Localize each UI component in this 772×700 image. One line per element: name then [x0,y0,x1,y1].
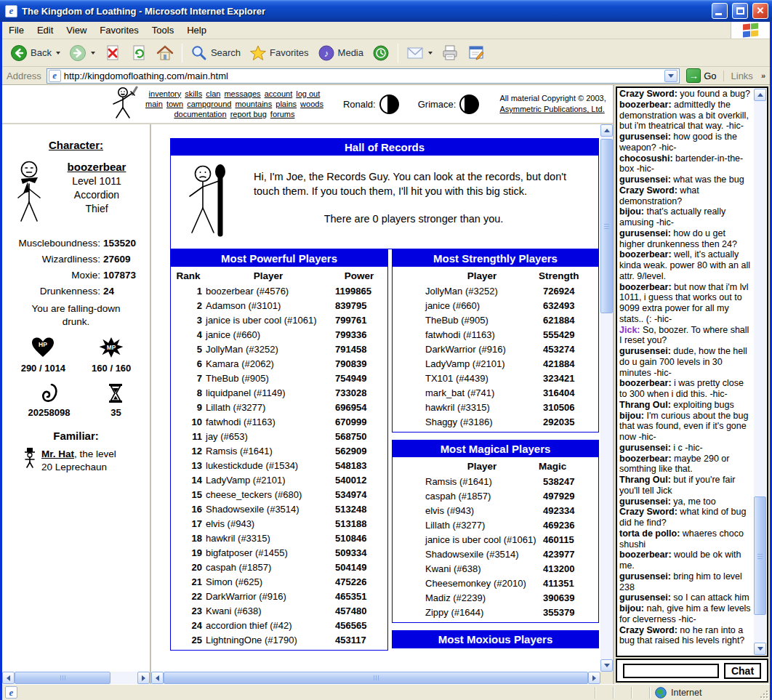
url-text[interactable]: http://kingdomofloathing.com/main.html [64,71,662,81]
home-button[interactable] [153,42,177,64]
player-link[interactable]: liquidpanel (#1149) [206,387,331,398]
player-link[interactable]: Lillath (#3277) [425,520,539,531]
chat-sender[interactable]: gurusensei: [619,443,671,453]
scroll-thumb[interactable] [164,672,588,684]
player-link[interactable]: mark_bat (#741) [425,387,539,398]
nav-link-documentation[interactable]: documentation [174,110,226,118]
chat-sender[interactable]: gurusensei: [619,174,671,185]
chat-sender[interactable]: Thrang Oul: [619,400,671,410]
player-link[interactable]: Ramsis (#1641) [206,446,331,456]
chat-sender[interactable]: Jick: [619,325,640,335]
scroll-right-button[interactable] [588,672,600,684]
nav-link-mountains[interactable]: mountains [235,100,272,108]
menu-file[interactable]: File [2,25,31,36]
nav-link-woods[interactable]: woods [300,100,323,108]
menu-view[interactable]: View [60,25,93,36]
player-link[interactable]: DarkWarrior (#916) [425,344,539,355]
chat-input[interactable] [623,664,719,678]
player-link[interactable]: Lillath (#3277) [206,402,331,413]
go-button[interactable]: → Go [683,68,719,83]
chat-sender[interactable]: Crazy Sword: [619,625,677,635]
player-link[interactable]: fatwhodi (#1163) [425,329,539,340]
scroll-thumb[interactable] [600,139,613,313]
stop-button[interactable] [100,42,125,64]
nav-link-messages[interactable]: messages [224,89,260,98]
menu-edit[interactable]: Edit [31,25,60,36]
player-link[interactable]: elvis (#943) [206,518,331,529]
links-chevron-icon[interactable]: » [761,71,767,80]
nav-link-clan[interactable]: clan [206,89,220,98]
chat-sender[interactable]: boozerbear: [619,454,672,464]
menu-tools[interactable]: Tools [145,25,180,36]
charpane-hscrollbar[interactable] [2,672,150,684]
nav-link-inventory[interactable]: inventory [149,89,182,98]
chat-sender[interactable]: Crazy Sword: [619,89,677,99]
chat-sender[interactable]: gurusensei: [619,496,671,507]
menu-favorites[interactable]: Favorites [93,25,145,36]
familiar-name-link[interactable]: Mr. Hat [41,448,74,459]
chat-send-button[interactable]: Chat [724,663,761,679]
resize-grip[interactable] [758,688,770,700]
player-link[interactable]: LightningOne (#1790) [206,635,331,645]
chat-sender[interactable]: gurusensei: [619,228,671,238]
links-label[interactable]: Links [723,71,757,81]
player-link[interactable]: caspah (#1857) [425,491,539,502]
player-link[interactable]: Madiz (#2239) [425,592,539,603]
nav-link-campground[interactable]: campground [187,100,231,108]
nav-link-main[interactable]: main [145,100,163,108]
edit-button[interactable] [464,42,488,64]
player-link[interactable]: LadyVamp (#2101) [206,475,331,486]
player-link[interactable]: janice is uber cool (#1061) [206,315,331,326]
player-link[interactable]: TX101 (#4439) [425,373,539,384]
search-button[interactable]: Search [187,42,244,64]
scroll-down-button[interactable] [600,659,613,672]
chat-sender[interactable]: boozerbear: [619,282,672,292]
chat-sender[interactable]: gurusensei: [619,571,671,582]
player-link[interactable]: JollyMan (#3252) [425,286,539,297]
player-link[interactable]: jay (#653) [206,431,331,442]
player-link[interactable]: lukestickdude (#1534) [206,460,331,471]
chat-sender[interactable]: boozerbear: [619,100,672,110]
chat-sender[interactable]: bijou: [619,411,644,421]
player-link[interactable]: accordion thief (#42) [206,620,331,631]
address-input[interactable]: e http://kingdomofloathing.com/main.html [47,68,680,84]
address-dropdown-button[interactable] [664,70,677,82]
forward-button[interactable] [65,42,99,64]
media-button[interactable]: ♪ Media [314,42,367,64]
favorites-button[interactable]: Favorites [246,42,312,64]
chat-sender[interactable]: Crazy Sword: [619,507,677,517]
player-link[interactable]: hawkril (#3315) [206,533,331,544]
player-link[interactable]: janice is uber cool (#1061) [425,534,539,545]
scroll-down-button[interactable] [754,643,766,655]
back-dropdown-icon[interactable] [56,52,60,55]
familiar-icon[interactable] [24,448,36,474]
scroll-left-button[interactable] [2,672,15,684]
player-link[interactable]: hawkril (#3315) [425,402,539,413]
player-link[interactable]: Shadowsexile (#3514) [206,504,331,515]
mail-button[interactable] [403,42,436,64]
player-link[interactable]: JollyMan (#3252) [206,344,331,355]
mainpane-hscrollbar[interactable] [151,672,600,684]
nav-link-account[interactable]: account [265,89,293,98]
scroll-left-button[interactable] [151,672,164,684]
player-link[interactable]: Zippy (#1644) [425,607,539,618]
player-link[interactable]: Cheesemonkey (#2010) [425,578,539,589]
chat-sender[interactable]: gurusensei: [619,132,671,142]
scroll-right-button[interactable] [137,672,150,684]
player-link[interactable]: boozerbear (#4576) [206,286,331,297]
player-link[interactable]: TheBub (#905) [206,373,331,384]
nav-link-skills[interactable]: skills [185,89,202,98]
scroll-up-button[interactable] [754,89,766,101]
chat-sender[interactable]: boozerbear: [619,249,672,260]
player-link[interactable]: LadyVamp (#2101) [425,358,539,369]
chat-sender[interactable]: chocosushi: [619,153,673,164]
player-link[interactable]: Shaggy (#3186) [425,417,539,427]
player-link[interactable]: Kwani (#638) [206,606,331,616]
player-link[interactable]: cheese_teckers (#680) [206,489,331,500]
chat-sender[interactable]: bijou: [619,603,644,613]
player-link[interactable]: Kamara (#2062) [206,358,331,369]
player-link[interactable]: Ramsis (#1641) [425,476,539,487]
history-button[interactable] [369,42,393,64]
minimize-button[interactable] [712,3,728,19]
player-link[interactable]: bigfatposer (#1455) [206,547,331,558]
